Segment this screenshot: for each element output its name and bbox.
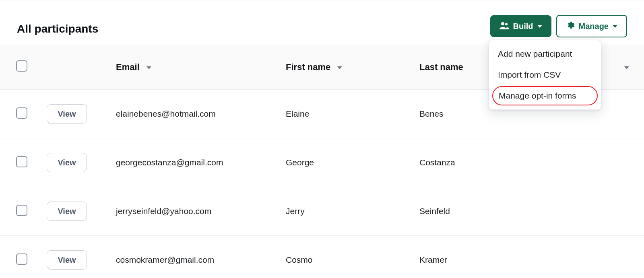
dropdown-item[interactable]: Add new participant [489,43,601,64]
page-root: All participants Build [0,0,644,278]
cell-email: jerryseinfeld@yahoo.com [109,187,279,236]
column-header-blank [40,45,109,90]
column-label: Email [116,62,140,72]
table-row: View cosmokramer@gmail.com Cosmo Kramer [0,236,644,278]
build-button-label: Build [513,22,533,31]
cell-last-name: Seinfeld [413,187,567,236]
manage-button-label: Manage [579,22,609,31]
cell-first-name: Cosmo [279,236,413,278]
build-button[interactable]: Build [490,15,551,37]
select-all-checkbox[interactable] [16,60,27,72]
build-dropdown-menu: Add new participantImport from CSVManage… [489,40,601,110]
sort-caret-icon [624,62,630,72]
cell-email: elainebenes@hotmail.com [109,90,279,138]
row-checkbox[interactable] [16,253,27,265]
column-label: Last name [419,62,463,72]
row-checkbox[interactable] [16,205,27,216]
dropdown-item[interactable]: Manage opt-in forms [493,87,597,105]
cell-first-name: Jerry [279,187,413,236]
header-actions: Build Manage [490,15,627,37]
cell-obscured [567,187,644,236]
cell-last-name: Kramer [413,236,567,278]
users-icon [500,21,509,31]
table-body: View elainebenes@hotmail.com Elaine Bene… [0,90,644,278]
view-button[interactable]: View [47,104,87,124]
cell-first-name: Elaine [279,90,413,138]
dropdown-item[interactable]: Import from CSV [489,64,601,85]
gear-icon [566,21,575,32]
cell-email: georgecostanza@gmail.com [109,138,279,187]
svg-point-1 [505,23,508,25]
cell-obscured [567,236,644,278]
table-row: View georgecostanza@gmail.com George Cos… [0,138,644,187]
manage-button[interactable]: Manage [556,15,627,37]
cell-email: cosmokramer@gmail.com [109,236,279,278]
column-header-first-name[interactable]: First name [279,45,413,90]
view-button[interactable]: View [47,250,87,270]
sort-caret-icon [337,62,343,72]
page-title: All participants [17,23,98,35]
caret-down-icon [613,25,617,28]
svg-point-0 [501,22,504,25]
sort-caret-icon [146,62,152,72]
column-header-email[interactable]: Email [109,45,279,90]
view-button[interactable]: View [47,202,87,221]
view-button[interactable]: View [47,153,87,172]
row-checkbox[interactable] [16,107,27,119]
column-label: First name [286,62,330,72]
cell-obscured [567,138,644,187]
cell-first-name: George [279,138,413,187]
caret-down-icon [537,25,542,28]
cell-last-name: Costanza [413,138,567,187]
table-row: View jerryseinfeld@yahoo.com Jerry Seinf… [0,187,644,236]
row-checkbox[interactable] [16,156,27,167]
